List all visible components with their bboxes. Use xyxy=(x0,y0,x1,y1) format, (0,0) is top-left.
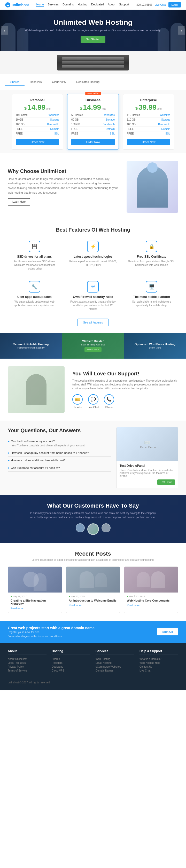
footer-link[interactable]: Privacy Policy xyxy=(8,665,46,669)
plan-feature: 10 HostedWebsites xyxy=(16,113,59,118)
hero-cta-button[interactable]: Get Started xyxy=(81,36,105,43)
support-phone[interactable]: 📞 Phone xyxy=(104,394,114,409)
login-button[interactable]: Login xyxy=(168,2,181,7)
support-tickets-label: Tickets xyxy=(73,406,82,409)
feature-title-2: Free SSL Certificate xyxy=(127,255,176,258)
hero-prev-button[interactable]: ‹ xyxy=(1,26,8,35)
footer-copyright: unlimhost © 2017. All rights reserved. xyxy=(8,681,51,684)
test-drive-button[interactable]: Test Drive xyxy=(157,479,175,485)
promo-banner: Secure & Reliable Hosting Performance wi… xyxy=(0,333,186,359)
post-image-2 xyxy=(124,567,178,592)
footer-link[interactable]: Shared xyxy=(52,657,90,661)
nav-domains[interactable]: Domains xyxy=(63,3,74,7)
order-button-business[interactable]: Order Now xyxy=(71,138,115,145)
pricing-card-business: Best Seller Business $ 14.99 /mo 60 Host… xyxy=(67,94,119,150)
footer-link[interactable]: What is a Domain? xyxy=(140,657,178,661)
promo-builder-button[interactable]: Learn More xyxy=(85,347,101,352)
tickets-icon: 🎫 xyxy=(72,394,83,405)
post-read-more-0[interactable]: Read more xyxy=(10,607,23,610)
footer-link[interactable]: Dedicated xyxy=(52,665,90,669)
footer-link[interactable]: Contact Us xyxy=(140,665,178,669)
faq-question-1[interactable]: How can I change my account from name-ba… xyxy=(8,451,111,455)
tab-dedicated[interactable]: Dedicated Hosting xyxy=(71,78,104,86)
footer-col-services-list: Web Hosting Email Hosting eCommerce Webs… xyxy=(96,657,134,673)
testimonials-description: In our many years in business many custo… xyxy=(28,511,158,520)
support-tickets[interactable]: 🎫 Tickets xyxy=(72,394,83,409)
footer-link[interactable]: Terms of Service xyxy=(8,669,46,673)
cta-terms: I've read and agree to the terms and con… xyxy=(8,635,96,638)
footer-col-hosting-list: Shared Resellers Dedicated Cloud VPS xyxy=(52,657,90,673)
post-card-2: ● March 22, 2017 Web Hosting Core Compon… xyxy=(124,566,178,613)
see-all-features-button[interactable]: See all features xyxy=(78,319,108,326)
plan-feature: 100 GBBandwidth xyxy=(71,122,115,127)
promo-item-hosting: Secure & Reliable Hosting Performance wi… xyxy=(0,333,62,359)
support-title: You Will Love Our Support! xyxy=(72,371,178,377)
order-button-enterprise[interactable]: Order Now xyxy=(127,138,170,145)
footer-col-help: Help & Support What is a Domain? Web Hos… xyxy=(140,649,178,673)
post-title-1: An Introduction to Welcome Emails xyxy=(69,599,117,602)
footer-link[interactable]: About UnlimHost xyxy=(8,657,46,661)
feature-item-5: 🖥️ The most stable platform Our web plat… xyxy=(125,278,178,313)
why-choose-title: Why Choose UnlimHost xyxy=(8,168,119,174)
plan-feature: FREESSL xyxy=(127,131,170,136)
footer-link[interactable]: Email Hosting xyxy=(96,661,134,665)
faq-question-2[interactable]: How much does additional bandwidth cost? xyxy=(8,459,111,462)
hosting-tab-list: Shared Resellers Cloud VPS Dedicated Hos… xyxy=(5,78,181,86)
feature-item-3: 🔧 User apps autoupdates We automatically… xyxy=(8,278,61,313)
plan-price-personal: $ 14.99 /mo xyxy=(16,103,59,112)
faq-question-0[interactable]: Can I add software to my account? xyxy=(8,440,111,443)
footer-link[interactable]: eCommerce Websites xyxy=(96,665,134,669)
plan-price-enterprise: $ 39.99 /mo xyxy=(127,103,170,112)
faq-question-3[interactable]: Can I upgrade my account if I need to? xyxy=(8,466,111,469)
nav-dedicated[interactable]: Dedicated xyxy=(91,3,104,7)
plan-feature: 10 GBStorage xyxy=(16,118,59,122)
nav-home[interactable]: Home xyxy=(36,3,44,7)
feature-desc-0: For those speed we use SSD drives which … xyxy=(10,260,59,271)
post-read-more-1[interactable]: Read more xyxy=(69,604,82,607)
cta-title: Great web projects start with a great do… xyxy=(8,626,96,630)
pricing-card-enterprise: Enterprise $ 39.99 /mo 110 HostedWebsite… xyxy=(123,94,175,150)
post-card-0: ● May 19, 2017 Creating a Site Navigatio… xyxy=(8,566,62,613)
hero-next-button[interactable]: › xyxy=(178,26,185,35)
tab-cloud-vps[interactable]: Cloud VPS xyxy=(47,78,71,86)
feature-title-3: User apps autoupdates xyxy=(10,295,59,299)
why-choose-button[interactable]: Learn More xyxy=(8,198,30,206)
best-seller-badge: Best Seller xyxy=(85,92,101,95)
cpanel-box: ⌨️ cPanel Demo Test Drive cPanel Give cP… xyxy=(116,427,178,488)
order-button-personal[interactable]: Order Now xyxy=(16,138,59,145)
footer-link[interactable]: Legal Requests xyxy=(8,661,46,665)
faq-item-2: How much does additional bandwidth cost? xyxy=(8,457,111,464)
plan-amount-1: 14.99 xyxy=(83,103,101,111)
support-livechat[interactable]: 💬 Live Chat xyxy=(88,394,99,409)
live-chat-link[interactable]: Live Chat xyxy=(155,3,165,6)
why-choose-image xyxy=(127,161,178,213)
footer-link[interactable]: Domain Names xyxy=(96,669,134,673)
footer-col-services: Services Web Hosting Email Hosting eComm… xyxy=(96,649,134,673)
tab-resellers[interactable]: Resellers xyxy=(25,78,47,86)
feature-title-4: Own Firewall security rules xyxy=(69,295,117,299)
footer-link[interactable]: Cloud VPS xyxy=(52,669,90,673)
plan-currency-1: $ xyxy=(80,106,82,111)
footer-link[interactable]: Web Hosting Help xyxy=(140,661,178,665)
support-section: You Will Love Our Support! The speed and… xyxy=(0,359,186,421)
nav-about[interactable]: About xyxy=(108,3,115,7)
cta-signup-button[interactable]: Sign Up xyxy=(157,628,178,636)
nav-services[interactable]: Services xyxy=(48,3,59,7)
nav-support[interactable]: Support xyxy=(119,3,129,7)
footer-link[interactable]: Web Hosting xyxy=(96,657,134,661)
speed-icon: ⚡ xyxy=(87,241,99,252)
plan-name-enterprise: Enterprise xyxy=(127,98,170,102)
plan-amount-2: 39.99 xyxy=(138,103,157,111)
support-livechat-label: Live Chat xyxy=(88,406,99,409)
tab-shared[interactable]: Shared xyxy=(5,78,25,86)
plan-name-personal: Personal xyxy=(16,98,59,102)
logo[interactable]: ☁ unlimhost xyxy=(5,2,29,7)
post-read-more-2[interactable]: Read more xyxy=(127,604,140,607)
cpanel-image: ⌨️ cPanel Demo xyxy=(117,427,178,461)
plan-amount-0: 14.99 xyxy=(27,103,45,111)
footer-link[interactable]: Resellers xyxy=(52,661,90,665)
footer-link[interactable]: Live Chat xyxy=(140,669,178,673)
nav-hosting[interactable]: Hosting xyxy=(78,3,87,7)
cpanel-description: Give cPanel a test drive. Our live demon… xyxy=(120,469,175,477)
post-date-1: ● Nov 26, 2015 xyxy=(69,595,117,598)
